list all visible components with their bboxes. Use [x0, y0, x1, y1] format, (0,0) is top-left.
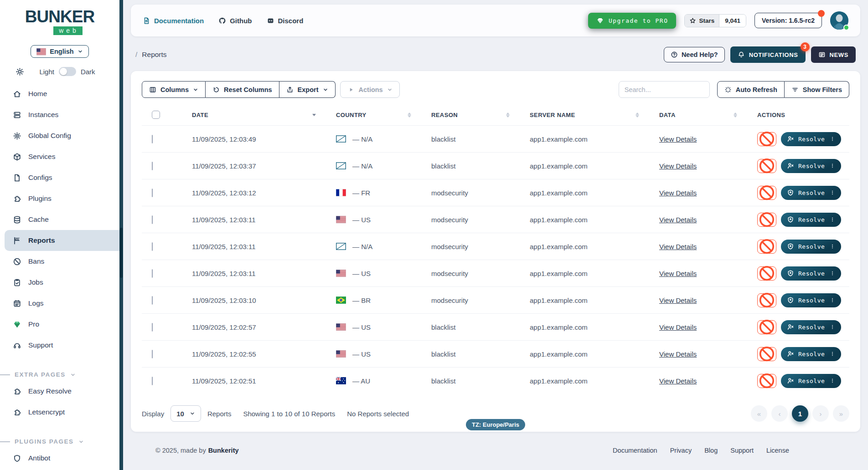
search-input[interactable]: [619, 81, 710, 98]
row-checkbox[interactable]: [152, 215, 153, 224]
column-header-date[interactable]: DATE: [192, 112, 336, 118]
sidebar-scrollbar-thumb[interactable]: [120, 228, 123, 278]
column-header-data[interactable]: DATA: [659, 112, 757, 118]
view-details-link[interactable]: View Details: [659, 189, 697, 197]
view-details-link[interactable]: View Details: [659, 135, 697, 143]
row-checkbox[interactable]: [152, 323, 153, 332]
resolve-button[interactable]: Resolve: [781, 132, 841, 146]
version-badge[interactable]: Version: 1.6.5-rc2: [754, 13, 822, 28]
kebab-menu-icon[interactable]: [830, 243, 835, 250]
language-selector[interactable]: English: [31, 45, 88, 58]
view-details-link[interactable]: View Details: [659, 162, 697, 170]
resolve-button[interactable]: Resolve: [781, 347, 841, 361]
column-header-reason[interactable]: REASON: [431, 112, 530, 118]
theme-toggle[interactable]: [59, 67, 76, 76]
sort-indicator[interactable]: [734, 112, 737, 118]
news-button[interactable]: NEWS: [811, 46, 856, 63]
show-filters-button[interactable]: Show Filters: [785, 81, 849, 98]
resolve-button[interactable]: Resolve: [781, 293, 841, 307]
column-header-actions[interactable]: ACTIONS: [757, 112, 849, 118]
sort-indicator[interactable]: [408, 112, 411, 118]
ban-button[interactable]: [757, 266, 776, 281]
row-checkbox[interactable]: [152, 242, 153, 251]
resolve-button[interactable]: Resolve: [781, 374, 841, 388]
columns-button[interactable]: Columns: [142, 81, 206, 98]
footer-link-license[interactable]: License: [766, 447, 789, 454]
kebab-menu-icon[interactable]: [830, 270, 835, 276]
view-details-link[interactable]: View Details: [659, 216, 697, 224]
view-details-link[interactable]: View Details: [659, 323, 697, 331]
sidebar-section-plugins-pages[interactable]: PLUGINS PAGES: [0, 438, 119, 445]
reset-columns-button[interactable]: Reset Columns: [206, 81, 279, 98]
view-details-link[interactable]: View Details: [659, 243, 697, 250]
sidebar-item-global-config[interactable]: Global Config: [0, 125, 119, 146]
view-details-link[interactable]: View Details: [659, 350, 697, 358]
resolve-button[interactable]: Resolve: [781, 320, 841, 334]
sidebar-item-easy-resolve[interactable]: Easy Resolve: [0, 381, 119, 402]
sidebar-item-cache[interactable]: Cache: [0, 209, 119, 230]
sidebar-item-bans[interactable]: Bans: [0, 251, 119, 272]
footer-link-support[interactable]: Support: [730, 447, 754, 454]
topbar-link-documentation[interactable]: Documentation: [143, 17, 204, 25]
actions-button[interactable]: Actions: [340, 81, 400, 98]
github-stars-widget[interactable]: Stars 9,041: [684, 14, 746, 27]
auto-refresh-button[interactable]: Auto Refresh: [717, 81, 785, 98]
ban-button[interactable]: [757, 347, 776, 361]
row-checkbox[interactable]: [152, 269, 153, 278]
sidebar-item-logs[interactable]: Logs: [0, 293, 119, 314]
resolve-button[interactable]: Resolve: [781, 266, 841, 281]
row-checkbox[interactable]: [152, 189, 153, 197]
footer-link-blog[interactable]: Blog: [704, 447, 718, 454]
ban-button[interactable]: [757, 320, 776, 334]
sidebar-item-plugins[interactable]: Plugins: [0, 188, 119, 209]
resolve-button[interactable]: Resolve: [781, 240, 841, 254]
ban-button[interactable]: [757, 186, 776, 200]
notifications-button[interactable]: NOTIFICATIONS 3: [730, 46, 806, 63]
kebab-menu-icon[interactable]: [830, 351, 835, 357]
per-page-select[interactable]: 10: [170, 405, 201, 422]
upgrade-to-pro-button[interactable]: Upgrade to PRO: [588, 13, 677, 29]
sidebar-section-extra-pages[interactable]: EXTRA PAGES: [0, 371, 119, 378]
sidebar-item-home[interactable]: Home: [0, 83, 119, 104]
row-checkbox[interactable]: [152, 162, 153, 170]
row-checkbox[interactable]: [152, 377, 153, 385]
sort-indicator[interactable]: [506, 112, 510, 118]
need-help-button[interactable]: Need Help?: [664, 47, 725, 62]
kebab-menu-icon[interactable]: [830, 297, 835, 303]
resolve-button[interactable]: Resolve: [781, 213, 841, 227]
ban-button[interactable]: [757, 132, 776, 146]
kebab-menu-icon[interactable]: [830, 163, 835, 169]
kebab-menu-icon[interactable]: [830, 189, 835, 196]
column-header-country[interactable]: COUNTRY: [336, 112, 431, 118]
row-checkbox[interactable]: [152, 350, 153, 358]
pagination-button[interactable]: »: [833, 405, 849, 422]
ban-button[interactable]: [757, 240, 776, 254]
pagination-button[interactable]: «: [751, 405, 767, 422]
topbar-link-discord[interactable]: Discord: [267, 17, 304, 25]
sidebar-item-pro[interactable]: Pro: [0, 314, 119, 335]
sort-indicator[interactable]: [636, 112, 639, 118]
sidebar-item-instances[interactable]: Instances: [0, 104, 119, 125]
sidebar-item-jobs[interactable]: Jobs: [0, 272, 119, 293]
kebab-menu-icon[interactable]: [830, 378, 835, 384]
topbar-link-github[interactable]: Github: [218, 17, 252, 25]
pagination-button[interactable]: ‹: [771, 405, 788, 422]
pagination-button[interactable]: ›: [812, 405, 829, 422]
view-details-link[interactable]: View Details: [659, 377, 697, 385]
app-logo[interactable]: Bunker web: [14, 7, 105, 35]
sidebar-item-reports[interactable]: Reports: [5, 230, 119, 251]
row-checkbox[interactable]: [152, 296, 153, 305]
kebab-menu-icon[interactable]: [830, 324, 835, 330]
bunkerity-link[interactable]: Bunkerity: [208, 447, 239, 454]
pagination-page-current[interactable]: 1: [792, 405, 808, 422]
view-details-link[interactable]: View Details: [659, 270, 697, 277]
sidebar-item-services[interactable]: Services: [0, 146, 119, 167]
footer-link-documentation[interactable]: Documentation: [613, 447, 657, 454]
kebab-menu-icon[interactable]: [830, 136, 835, 142]
ban-button[interactable]: [757, 213, 776, 227]
ban-button[interactable]: [757, 159, 776, 173]
resolve-button[interactable]: Resolve: [781, 159, 841, 173]
kebab-menu-icon[interactable]: [830, 216, 835, 223]
ban-button[interactable]: [757, 293, 776, 307]
export-button[interactable]: Export: [279, 81, 336, 98]
